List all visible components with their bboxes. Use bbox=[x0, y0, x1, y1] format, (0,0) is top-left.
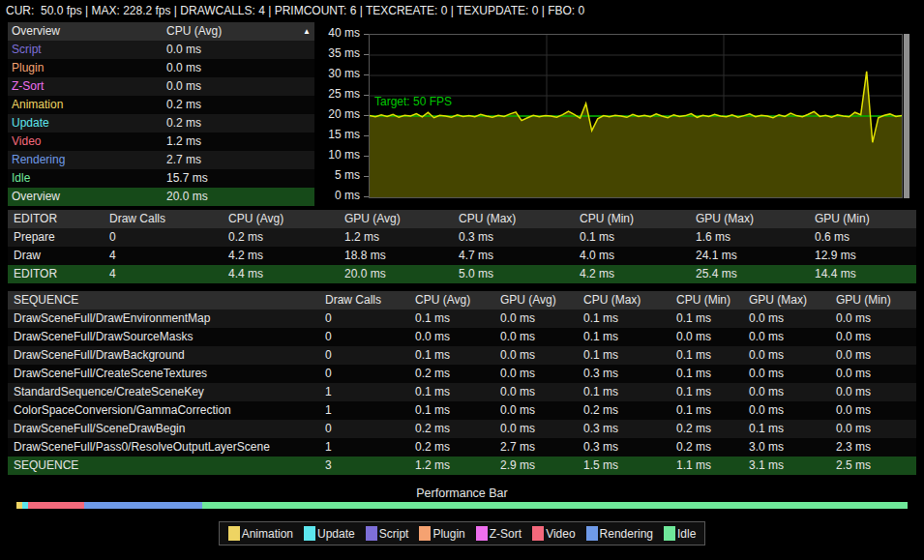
sequence-header-cell[interactable]: SEQUENCE bbox=[8, 291, 319, 309]
sequence-header-cell[interactable]: GPU (Max) bbox=[743, 291, 830, 309]
sequence-header-cell[interactable]: ▲CPU (Max) bbox=[578, 291, 671, 309]
sequence-row[interactable]: DrawSceneFull/SceneDrawBegin00.2 ms0.0 m… bbox=[8, 420, 916, 438]
sequence-row[interactable]: DrawSceneFull/Pass0/ResolveOutputLayerSc… bbox=[8, 438, 916, 457]
sequence-cell: 0.1 ms bbox=[409, 309, 494, 328]
chart-y-tick-label: 5 ms bbox=[319, 168, 360, 182]
sequence-cell: 0.0 ms bbox=[743, 383, 830, 401]
sequence-header-cell[interactable]: CPU (Min) bbox=[671, 291, 743, 309]
chart-y-tick-label: 35 ms bbox=[319, 46, 360, 60]
overview-rows: Script0.0 msPlugin0.0 msZ-Sort0.0 msAnim… bbox=[8, 41, 314, 188]
sequence-cell: 0.1 ms bbox=[409, 346, 494, 365]
editor-header-cell[interactable]: CPU (Avg) bbox=[223, 210, 339, 228]
sequence-cell: 0.1 ms bbox=[578, 383, 671, 401]
sequence-header-cell[interactable]: Draw Calls bbox=[319, 291, 409, 309]
editor-header-cell[interactable]: GPU (Max) bbox=[690, 210, 809, 228]
chart-y-tick-label: 0 ms bbox=[319, 189, 360, 202]
sequence-cell: 0.1 ms bbox=[578, 309, 671, 328]
sequence-header-cell[interactable]: CPU (Avg) bbox=[409, 291, 494, 309]
overview-row-value: 15.7 ms bbox=[163, 169, 314, 188]
sequence-cell: 0.0 ms bbox=[830, 420, 916, 438]
editor-summary-cell: 25.4 ms bbox=[690, 265, 809, 283]
sequence-cell: DrawSceneFull/DrawBackground bbox=[8, 346, 319, 365]
overview-summary-row[interactable]: Overview 20.0 ms bbox=[8, 188, 314, 206]
editor-summary-cell: 20.0 ms bbox=[339, 265, 453, 283]
sequence-cell: 0.0 ms bbox=[743, 309, 830, 328]
legend-item-idle: Idle bbox=[664, 526, 696, 541]
editor-header-cell[interactable]: Draw Calls bbox=[104, 210, 223, 228]
legend-swatch-icon bbox=[476, 526, 488, 541]
sequence-cell: 0.1 ms bbox=[671, 346, 743, 365]
editor-summary-cell: 4.4 ms bbox=[223, 265, 339, 283]
sequence-header-cell[interactable]: GPU (Min) bbox=[830, 291, 916, 309]
sequence-cell: 0.2 ms bbox=[409, 438, 494, 457]
overview-row[interactable]: Rendering2.7 ms bbox=[8, 151, 314, 169]
performance-bar-segment-video bbox=[28, 502, 84, 509]
sequence-cell: 0.0 ms bbox=[494, 309, 578, 328]
sequence-cell: 0.0 ms bbox=[671, 328, 743, 346]
sort-ascending-icon[interactable]: ▲ bbox=[303, 22, 311, 41]
sequence-cell: 0.2 ms bbox=[578, 401, 671, 420]
sequence-row[interactable]: DrawSceneFull/DrawEnvironmentMap00.1 ms0… bbox=[8, 309, 916, 328]
sequence-summary-cell: 2.9 ms bbox=[494, 457, 578, 475]
sequence-row[interactable]: DrawSceneFull/DrawSourceMasks00.0 ms0.0 … bbox=[8, 328, 916, 346]
sequence-cell: 0.0 ms bbox=[494, 401, 578, 420]
sequence-cell: DrawSceneFull/DrawEnvironmentMap bbox=[8, 309, 319, 328]
editor-cell: 0.3 ms bbox=[453, 228, 574, 247]
editor-cell: 4.2 ms bbox=[223, 247, 339, 265]
editor-cell: 0 bbox=[104, 228, 223, 247]
sequence-cell: 2.3 ms bbox=[830, 438, 916, 457]
sequence-row[interactable]: DrawSceneFull/DrawBackground00.1 ms0.0 m… bbox=[8, 346, 916, 365]
editor-summary-row[interactable]: EDITOR44.4 ms20.0 ms5.0 ms4.2 ms25.4 ms1… bbox=[8, 265, 916, 283]
chart-y-tick-label: 25 ms bbox=[319, 87, 360, 101]
legend-container: AnimationUpdateScriptPluginZ-SortVideoRe… bbox=[0, 521, 924, 545]
overview-row[interactable]: Animation0.2 ms bbox=[8, 96, 314, 114]
sequence-cell: 0.0 ms bbox=[409, 328, 494, 346]
editor-row[interactable]: Prepare00.2 ms1.2 ms0.3 ms0.1 ms1.6 ms0.… bbox=[8, 228, 916, 247]
overview-summary-label: Overview bbox=[8, 188, 163, 206]
editor-header-cell[interactable]: CPU (Min) bbox=[574, 210, 690, 228]
sequence-cell: 0.1 ms bbox=[743, 420, 830, 438]
overview-row-value: 0.2 ms bbox=[163, 96, 314, 114]
legend-item-video: Video bbox=[532, 526, 575, 541]
sequence-row[interactable]: StandardSequence/CreateSceneKey10.1 ms0.… bbox=[8, 383, 916, 401]
sequence-cell: 0.0 ms bbox=[743, 365, 830, 383]
stats-bar: CUR: 50.0 fps | MAX: 228.2 fps | DRAWCAL… bbox=[0, 0, 924, 21]
overview-row[interactable]: Video1.2 ms bbox=[8, 133, 314, 151]
chart-scrollbar[interactable] bbox=[904, 34, 909, 198]
editor-cell: 0.1 ms bbox=[574, 228, 690, 247]
editor-header-cell[interactable]: GPU (Avg) bbox=[339, 210, 453, 228]
editor-cell: Prepare bbox=[8, 228, 104, 247]
sequence-row[interactable]: ColorSpaceConversion/GammaCorrection10.1… bbox=[8, 401, 916, 420]
chart-y-tick-label: 15 ms bbox=[319, 128, 360, 141]
sequence-cell: 0 bbox=[319, 346, 409, 365]
sequence-header-cell[interactable]: GPU (Avg) bbox=[494, 291, 578, 309]
overview-row[interactable]: Z-Sort0.0 ms bbox=[8, 77, 314, 96]
overview-row[interactable]: Script0.0 ms bbox=[8, 41, 314, 59]
editor-header-cell[interactable]: ▲CPU (Max) bbox=[453, 210, 574, 228]
overview-row[interactable]: Plugin0.0 ms bbox=[8, 59, 314, 77]
performance-bar-segment-rendering bbox=[84, 502, 202, 509]
editor-row[interactable]: Draw44.2 ms18.8 ms4.7 ms4.0 ms24.1 ms12.… bbox=[8, 247, 916, 265]
editor-cell: 24.1 ms bbox=[690, 247, 809, 265]
editor-summary-cell: EDITOR bbox=[8, 265, 104, 283]
overview-row-value: 0.0 ms bbox=[163, 41, 314, 59]
overview-row-label: Z-Sort bbox=[8, 77, 163, 96]
sequence-row[interactable]: DrawSceneFull/CreateSceneTextures00.2 ms… bbox=[8, 365, 916, 383]
overview-panel: Overview CPU (Avg) ▲ Script0.0 msPlugin0… bbox=[8, 22, 314, 206]
overview-header-cpu-avg[interactable]: CPU (Avg) bbox=[163, 22, 314, 41]
editor-header-cell[interactable]: GPU (Min) bbox=[809, 210, 916, 228]
performance-bar-segment-idle bbox=[202, 502, 908, 509]
frame-time-area bbox=[370, 72, 902, 197]
sequence-cell: 0.0 ms bbox=[494, 328, 578, 346]
legend-swatch-icon bbox=[586, 526, 598, 541]
sequence-cell: 0.1 ms bbox=[671, 401, 743, 420]
sequence-summary-row[interactable]: SEQUENCE31.2 ms2.9 ms1.5 ms1.1 ms3.1 ms2… bbox=[8, 457, 916, 475]
overview-row[interactable]: Update0.2 ms bbox=[8, 114, 314, 133]
overview-header-row[interactable]: Overview CPU (Avg) ▲ bbox=[8, 22, 314, 41]
overview-row[interactable]: Idle15.7 ms bbox=[8, 169, 314, 188]
overview-header-title[interactable]: Overview bbox=[8, 22, 163, 41]
sequence-cell: 0.0 ms bbox=[830, 309, 916, 328]
editor-header-cell[interactable]: EDITOR bbox=[8, 210, 104, 228]
chart-y-tick-label: 30 ms bbox=[319, 67, 360, 80]
legend-swatch-icon bbox=[664, 526, 675, 541]
